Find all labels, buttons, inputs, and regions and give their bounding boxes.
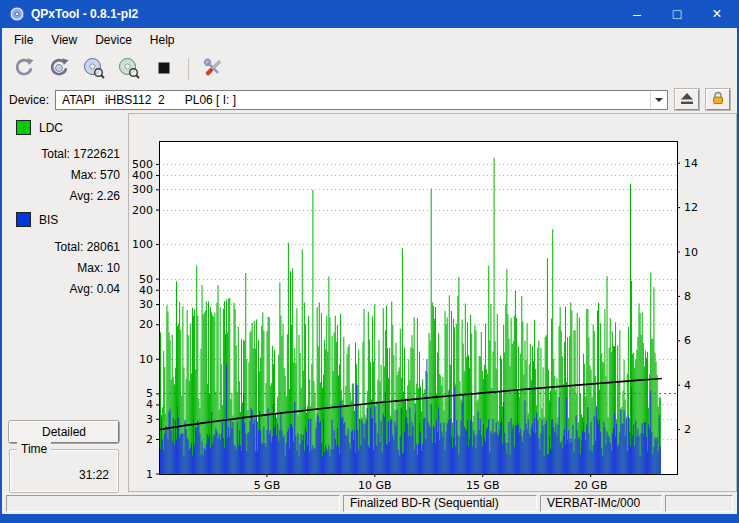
lock-icon [711,91,725,108]
svg-text:15 GB: 15 GB [466,479,500,491]
status-panel-spacer [665,495,733,512]
ldc-total: Total: 1722621 [41,147,120,161]
qpxtool-window: QPxTool - 0.8.1-pl2 – □ × File View Devi… [0,0,739,523]
bis-label: BIS [39,213,58,227]
menu-item-file[interactable]: File [5,30,42,50]
bis-total: Total: 28061 [55,240,120,254]
svg-text:200: 200 [132,204,153,217]
chart-panel: 1234510203040501002003004005002468101214… [128,113,737,492]
svg-text:10: 10 [684,246,698,259]
circular-arrow-disc-icon [48,57,70,82]
time-value: 31:22 [79,468,109,482]
menu-item-view[interactable]: View [42,30,86,50]
device-bar: Device: ATAPI iHBS112 2 PL06 [ I: ] [2,86,737,113]
bis-max: Max: 10 [77,261,120,275]
status-panel-media-id: VERBAT-IMc/000 [540,495,662,512]
svg-text:400: 400 [132,169,153,182]
app-icon [9,6,25,22]
media-info-button[interactable] [80,55,108,83]
device-label: Device: [9,93,49,107]
svg-text:20: 20 [139,318,153,331]
statusbar: Finalized BD-R (Sequential) VERBAT-IMc/0… [2,492,737,514]
toolbar [2,52,737,86]
tools-icon [202,57,224,82]
ldc-max: Max: 570 [71,168,120,182]
disc-magnifier-green-icon [118,57,140,82]
toolbar-separator [188,58,189,80]
svg-text:500: 500 [132,158,153,171]
svg-text:4: 4 [684,379,691,392]
menubar: File View Device Help [2,28,737,52]
ldc-color-swatch [16,120,31,135]
bis-color-swatch [16,212,31,227]
eject-icon [680,92,694,108]
menu-item-help[interactable]: Help [141,30,184,50]
status-panel-empty [6,495,340,512]
quality-chart: 1234510203040501002003004005002468101214… [129,114,736,491]
ldc-label: LDC [39,121,63,135]
eject-button[interactable] [675,89,699,110]
svg-text:10: 10 [139,353,153,366]
chevron-down-icon [655,98,663,106]
svg-text:5 GB: 5 GB [254,479,281,491]
svg-text:1: 1 [146,468,153,481]
window-title: QPxTool - 0.8.1-pl2 [31,7,138,21]
svg-text:300: 300 [132,183,153,196]
svg-text:2: 2 [684,423,691,436]
preferences-button[interactable] [199,55,227,83]
detailed-button[interactable]: Detailed [9,421,119,443]
ldc-legend-row: LDC [16,120,63,135]
menu-item-device[interactable]: Device [86,30,141,50]
svg-text:12: 12 [684,201,698,214]
svg-text:100: 100 [132,238,153,251]
circular-arrow-icon [13,57,35,82]
svg-text:3: 3 [146,413,153,426]
titlebar: QPxTool - 0.8.1-pl2 – □ × [2,0,737,28]
combobox-dropdown-zone[interactable] [650,91,667,109]
bis-legend-row: BIS [16,212,58,227]
svg-text:6: 6 [684,334,691,347]
svg-text:5: 5 [146,387,153,400]
time-groupbox: Time 31:22 [9,449,119,493]
time-group-label: Time [17,442,51,456]
maximize-button[interactable]: □ [657,0,697,28]
svg-text:2: 2 [146,433,153,446]
ldc-avg: Avg: 2.26 [70,189,120,203]
stop-square-icon [153,57,175,82]
lock-button[interactable] [706,89,730,110]
window-controls: – □ × [617,0,737,28]
rescan-button[interactable] [10,55,38,83]
status-panel-disc-type: Finalized BD-R (Sequential) [343,495,537,512]
stats-sidebar: LDC Total: 1722621 Max: 570 Avg: 2.26 BI… [2,113,128,492]
svg-text:50: 50 [139,273,153,286]
stop-button[interactable] [150,55,178,83]
device-combobox[interactable]: ATAPI iHBS112 2 PL06 [ I: ] [55,90,668,110]
svg-text:10 GB: 10 GB [358,479,392,491]
rescan-media-button[interactable] [45,55,73,83]
svg-text:14: 14 [684,157,698,170]
close-button[interactable]: × [697,0,737,28]
scan-media-button[interactable] [115,55,143,83]
disc-magnifier-icon [83,57,105,82]
device-combobox-value: ATAPI iHBS112 2 PL06 [ I: ] [62,93,236,107]
svg-text:4: 4 [146,398,153,411]
main-content: LDC Total: 1722621 Max: 570 Avg: 2.26 BI… [2,113,737,492]
svg-text:8: 8 [684,290,691,303]
svg-text:20 GB: 20 GB [574,479,608,491]
svg-text:30: 30 [139,298,153,311]
minimize-button[interactable]: – [617,0,657,28]
bis-avg: Avg: 0.04 [70,282,120,296]
svg-text:40: 40 [139,284,153,297]
